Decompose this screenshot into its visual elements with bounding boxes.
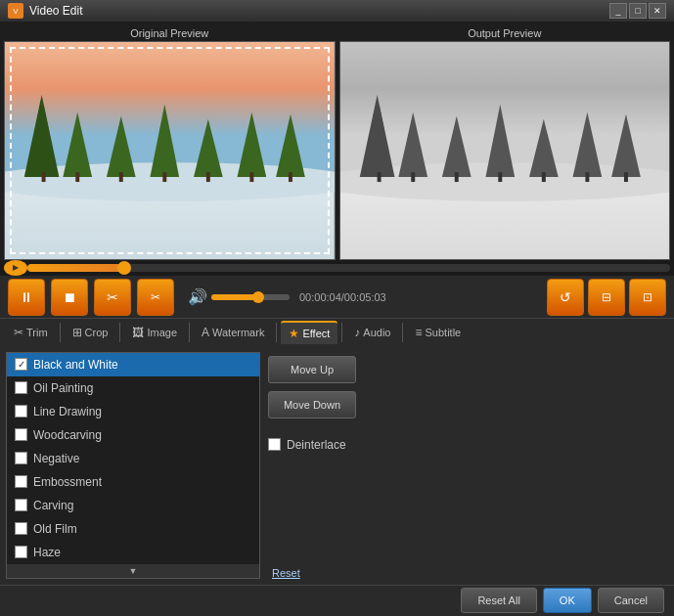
reset-all-label: Reset All [477,594,519,606]
effect-item-oil[interactable]: Oil Painting [7,376,259,400]
effects-list[interactable]: Black and White Oil Painting Line Drawin… [7,353,259,564]
svg-rect-24 [289,172,292,182]
svg-rect-43 [377,172,381,182]
effect-item-carv[interactable]: Carving [7,494,259,517]
effect-label-line: Line Drawing [33,405,102,418]
effect-item-wood[interactable]: Woodcarving [7,423,259,447]
effect-checkbox-emb[interactable] [15,475,27,488]
effect-label-emb: Embossment [33,475,102,489]
image-tab-label: Image [147,327,177,338]
pause-icon: ⏸ [20,289,33,305]
svg-rect-48 [585,172,589,182]
reset-link[interactable]: Reset [272,567,300,579]
effect-checkbox-neg[interactable] [15,452,27,464]
svg-rect-23 [249,172,253,182]
tabs-row: ✂ Trim ⊞ Crop 🖼 Image A Watermark ★ Effe… [0,318,674,346]
stop-icon: ⏹ [63,289,76,305]
scroll-down-arrow[interactable]: ▼ [7,564,259,578]
tab-watermark[interactable]: A Watermark [194,322,272,343]
tab-separator-2 [119,323,120,342]
timeline-area: ▶ [0,260,674,276]
svg-rect-49 [623,172,627,182]
effect-checkbox-line[interactable] [15,405,27,418]
minimize-button[interactable]: _ [609,3,627,19]
volume-thumb[interactable] [252,291,264,303]
cut-icon: ✂ [107,289,118,305]
reset-container: Reset [268,538,356,579]
effect-label-carv: Carving [33,499,73,512]
subtitle-tab-icon: ≡ [415,326,422,339]
svg-rect-22 [206,172,210,182]
effect-checkbox-bw[interactable] [15,358,27,371]
tab-separator-3 [189,323,190,342]
reset-all-button[interactable]: Reset All [461,588,536,613]
deinterlace-icon: ⊟ [602,290,611,304]
tab-separator-4 [276,323,277,342]
output-preview-frame [339,41,671,260]
volume-slider[interactable] [211,294,290,300]
watermark-tab-label: Watermark [212,327,264,338]
timeline-start-marker: ▶ [4,260,27,276]
effect-checkbox-old[interactable] [15,522,27,535]
move-down-label: Move Down [284,399,340,411]
deinterlace-label: Deinterlace [287,438,346,452]
timeline-bar[interactable] [27,264,670,272]
effect-item-emb[interactable]: Embossment [7,470,259,494]
trim-tab-label: Trim [26,327,48,338]
undo-icon: ↺ [560,289,571,305]
svg-rect-45 [454,172,458,182]
timeline-thumb[interactable] [117,261,131,275]
stop-button[interactable]: ⏹ [51,279,88,316]
svg-rect-46 [498,172,502,182]
tab-subtitle[interactable]: ≡ Subtitle [407,322,469,343]
effect-checkbox-haze[interactable] [15,546,27,558]
effect-item-haze[interactable]: Haze [7,541,259,564]
deinterlace-row: Deinterlace [268,438,356,452]
maximize-button[interactable]: □ [629,3,647,19]
tab-effect[interactable]: ★ Effect [281,321,337,344]
effect-label-haze: Haze [33,546,61,559]
deinterlace-checkbox[interactable] [268,438,281,451]
move-down-button[interactable]: Move Down [268,391,356,418]
effects-list-container: Black and White Oil Painting Line Drawin… [6,352,260,579]
preview-area: Original Preview [0,22,674,260]
effect-checkbox-carv[interactable] [15,499,27,511]
svg-rect-21 [162,172,166,182]
ok-button[interactable]: OK [543,588,592,613]
effect-right: Move Up Move Down Deinterlace Reset [268,352,356,579]
deinterlace-button[interactable]: ⊟ [588,279,625,316]
tab-separator-1 [60,323,61,342]
app-icon: V [8,3,23,19]
pause-button[interactable]: ⏸ [8,279,45,316]
export-button[interactable]: ⊡ [629,279,666,316]
cancel-button[interactable]: Cancel [598,588,664,613]
timeline-progress [27,264,124,272]
effect-label-wood: Woodcarving [33,428,102,442]
effect-item-line[interactable]: Line Drawing [7,400,259,423]
effect-checkbox-oil[interactable] [15,381,27,394]
right-ctrl-btns: ↺ ⊟ ⊡ [547,279,666,316]
effect-label-bw: Black and White [33,358,118,372]
tab-image[interactable]: 🖼 Image [124,322,185,343]
ok-label: OK [560,594,575,606]
cut-button[interactable]: ✂ [94,279,131,316]
effect-checkbox-wood[interactable] [15,428,27,441]
output-scene-svg [340,42,670,259]
effect-item-bw[interactable]: Black and White [7,353,259,376]
undo-button[interactable]: ↺ [547,279,584,316]
tab-crop[interactable]: ⊞ Crop [65,322,116,343]
move-up-button[interactable]: Move Up [268,356,356,383]
original-preview-panel: Original Preview [4,25,336,260]
tab-trim[interactable]: ✂ Trim [6,322,56,343]
effect-item-neg[interactable]: Negative [7,447,259,470]
effect-panel: Black and White Oil Painting Line Drawin… [0,346,674,585]
close-button[interactable]: ✕ [649,3,666,19]
tab-audio[interactable]: ♪ Audio [346,322,398,343]
export-icon: ⊡ [643,290,652,304]
svg-rect-20 [119,172,123,182]
svg-rect-47 [541,172,545,182]
image-tab-icon: 🖼 [132,326,144,339]
trim-button[interactable]: ✂ [137,279,174,316]
effect-item-old[interactable]: Old Film [7,517,259,541]
volume-icon: 🔊 [188,287,207,306]
